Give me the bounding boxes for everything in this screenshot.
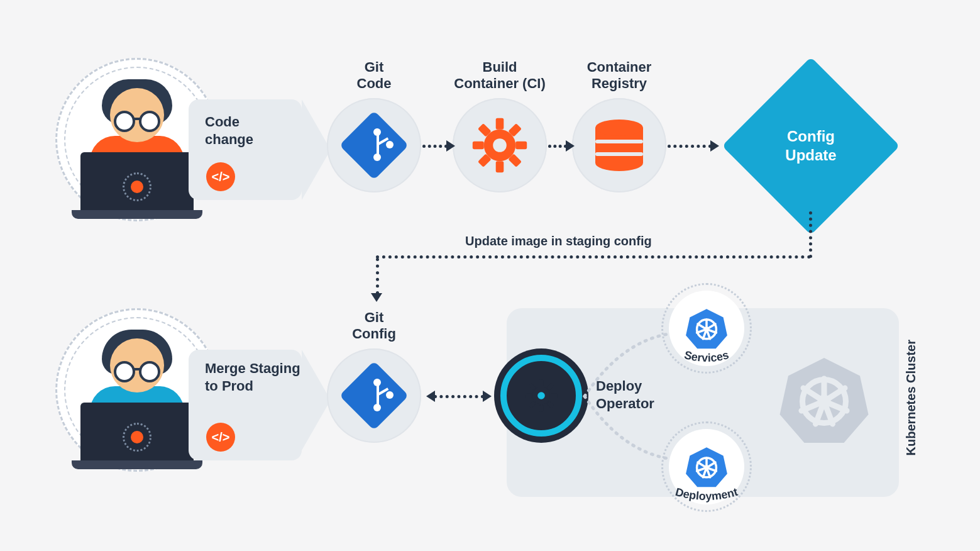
arrow-gitconfig-operator bbox=[434, 395, 484, 398]
arrow-registry-to-config bbox=[668, 145, 712, 148]
arrowhead-left-icon bbox=[426, 391, 435, 402]
svg-point-31 bbox=[704, 326, 709, 331]
label-kubernetes-cluster: Kubernetes Cluster bbox=[904, 340, 918, 456]
gitops-diagram: Code change </> Git Code Build Container… bbox=[0, 0, 980, 551]
svg-line-36 bbox=[707, 462, 715, 467]
arrowhead-icon bbox=[566, 140, 575, 152]
node-build-ci bbox=[453, 98, 547, 192]
git-icon bbox=[339, 361, 409, 430]
code-chip-icon: </> bbox=[206, 162, 235, 191]
svg-line-26 bbox=[707, 329, 716, 333]
arrowhead-icon bbox=[446, 140, 455, 152]
kubernetes-wheel-icon bbox=[685, 306, 729, 350]
gear-icon bbox=[471, 117, 528, 174]
svg-text:Services: Services bbox=[683, 348, 730, 364]
connector-vert-2 bbox=[376, 258, 379, 294]
svg-point-23 bbox=[697, 320, 717, 339]
kubernetes-logo-large bbox=[777, 352, 871, 447]
svg-point-34 bbox=[697, 458, 717, 477]
svg-rect-3 bbox=[473, 142, 484, 150]
label-registry: Container Registry bbox=[566, 59, 673, 92]
annotation-update-image: Update image in staging config bbox=[465, 234, 652, 248]
node-config-update: Config Update bbox=[722, 57, 900, 235]
svg-line-27 bbox=[707, 329, 710, 338]
svg-text:Deployment: Deployment bbox=[674, 486, 739, 503]
label-git-config: Git Config bbox=[327, 309, 421, 343]
arrowhead-icon bbox=[710, 140, 719, 152]
svg-marker-22 bbox=[686, 309, 727, 348]
svg-point-9 bbox=[493, 138, 507, 152]
panel-code-change-label: Code change bbox=[205, 113, 253, 148]
label-services-curved: Services bbox=[663, 346, 751, 371]
git-icon bbox=[339, 111, 409, 180]
svg-line-40 bbox=[697, 467, 707, 471]
svg-line-39 bbox=[703, 467, 707, 477]
svg-rect-4 bbox=[515, 142, 527, 150]
svg-line-29 bbox=[697, 329, 707, 333]
arrowhead-down-icon bbox=[371, 293, 382, 302]
svg-line-41 bbox=[698, 462, 707, 467]
arrow-build-to-registry bbox=[548, 145, 567, 148]
arrow-git-to-build bbox=[422, 145, 448, 148]
panel-merge-prod: Merge Staging to Prod </> bbox=[189, 350, 302, 460]
label-build-ci: Build Container (CI) bbox=[440, 59, 559, 92]
code-chip-icon: </> bbox=[206, 423, 235, 452]
node-git-config bbox=[327, 348, 421, 443]
svg-point-53 bbox=[818, 395, 831, 408]
database-icon bbox=[595, 120, 643, 171]
svg-line-30 bbox=[698, 324, 707, 329]
connector-horiz bbox=[376, 255, 811, 259]
arrowhead-icon bbox=[483, 391, 492, 402]
node-git-code bbox=[327, 98, 421, 192]
node-registry bbox=[572, 98, 666, 192]
panel-code-change: Code change </> bbox=[189, 99, 302, 200]
label-config-update: Config Update bbox=[748, 83, 874, 209]
svg-line-38 bbox=[707, 467, 710, 477]
svg-rect-2 bbox=[496, 161, 504, 172]
svg-line-37 bbox=[707, 467, 716, 471]
kubernetes-wheel-grey-icon bbox=[777, 352, 871, 447]
svg-line-28 bbox=[703, 329, 707, 338]
panel-merge-prod-label: Merge Staging to Prod bbox=[205, 360, 302, 394]
svg-marker-33 bbox=[686, 447, 727, 487]
svg-rect-1 bbox=[496, 118, 504, 130]
label-deployment-curved: Deployment bbox=[654, 483, 759, 511]
kubernetes-wheel-icon bbox=[685, 445, 729, 489]
svg-line-25 bbox=[707, 324, 715, 329]
connector-vert-1 bbox=[809, 211, 812, 258]
svg-point-42 bbox=[704, 465, 709, 470]
label-git-code: Git Code bbox=[327, 59, 421, 92]
